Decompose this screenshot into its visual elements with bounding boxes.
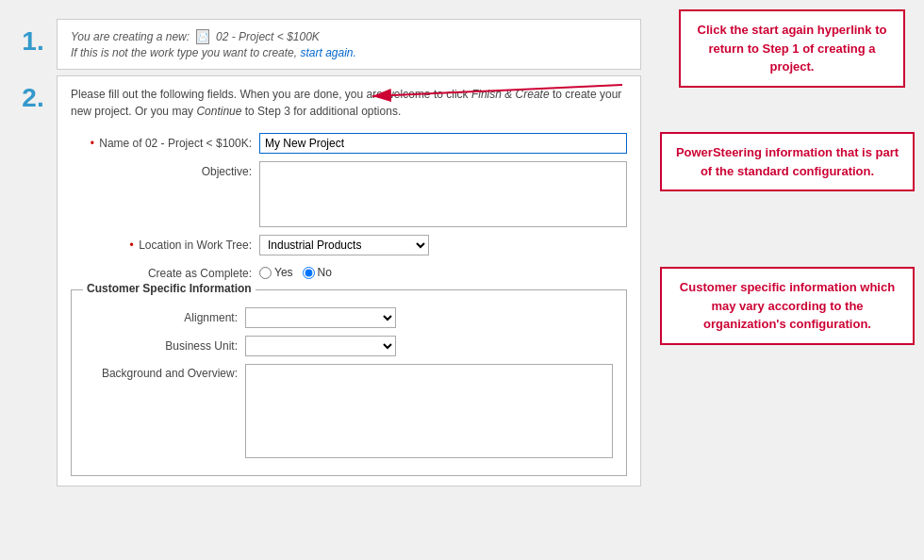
location-select[interactable]: Industrial Products Option 2 (259, 235, 429, 255)
customer-box-title: Customer Specific Information (83, 282, 256, 295)
name-required-marker: • (91, 137, 94, 150)
name-label: • Name of 02 - Project < $100K: (71, 133, 259, 150)
complete-row: Create as Complete: Yes No (71, 263, 627, 280)
radio-yes[interactable] (259, 267, 272, 279)
name-input[interactable] (259, 133, 627, 154)
step2-content: Please fill out the following fields. Wh… (57, 75, 641, 486)
step1-content: You are creating a new: 📄 02 - Project <… (57, 19, 641, 70)
customer-section: Customer Specific Information Alignment:… (71, 289, 627, 476)
radio-yes-text: Yes (274, 266, 293, 279)
location-required-marker: • (130, 239, 134, 252)
radio-no-label[interactable]: No (303, 266, 332, 279)
background-label: Background and Overview: (85, 364, 245, 380)
background-row: Background and Overview: (85, 364, 613, 458)
radio-yes-label[interactable]: Yes (259, 266, 293, 279)
doc-icon: 📄 (196, 29, 209, 44)
objective-label: Objective: (71, 161, 259, 178)
step2-row: 2. Please fill out the following fields.… (9, 75, 915, 486)
bottom-callout: Customer specific information which may … (660, 267, 915, 345)
top-callout: Click the start again hyperlink to retur… (679, 9, 905, 88)
complete-radio-group: Yes No (259, 263, 332, 279)
business-unit-label: Business Unit: (85, 339, 245, 353)
complete-label: Create as Complete: (71, 263, 259, 280)
middle-callout: PowerSteering information that is part o… (660, 132, 915, 191)
objective-input[interactable] (259, 161, 627, 227)
work-type-label: 02 - Project < $100K (216, 30, 320, 43)
start-again-link[interactable]: start again. (300, 46, 355, 59)
location-row: • Location in Work Tree: Industrial Prod… (71, 235, 627, 255)
location-label: • Location in Work Tree: (71, 235, 259, 252)
step1-number: 1. (9, 19, 57, 57)
step1-italic: You are creating a new: (71, 30, 190, 43)
radio-no-text: No (318, 266, 332, 279)
business-unit-select[interactable] (245, 336, 396, 356)
business-unit-row: Business Unit: (85, 336, 613, 356)
background-input[interactable] (245, 364, 613, 458)
step2-description: Please fill out the following fields. Wh… (71, 86, 627, 120)
name-row: • Name of 02 - Project < $100K: (71, 133, 627, 154)
step2-number: 2. (9, 75, 57, 113)
radio-no[interactable] (303, 267, 315, 279)
secondary-text: If this is not the work type you want to… (71, 46, 297, 59)
alignment-row: Alignment: (85, 307, 613, 328)
objective-row: Objective: (71, 161, 627, 227)
alignment-select[interactable] (245, 307, 396, 328)
alignment-label: Alignment: (85, 311, 245, 324)
